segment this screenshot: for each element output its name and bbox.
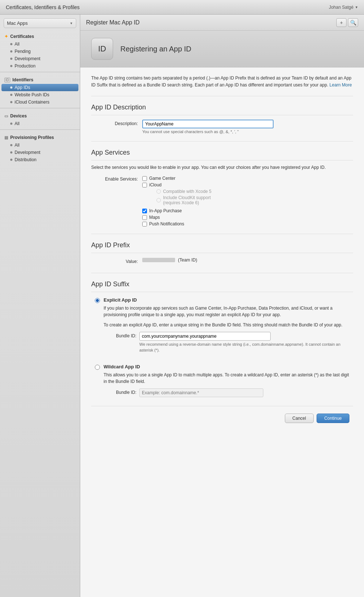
- bullet-icon: [10, 123, 12, 125]
- description-control-group: You cannot use special characters such a…: [142, 120, 349, 134]
- bullet-icon: [10, 65, 12, 67]
- description-row: Description: You cannot use special char…: [91, 120, 353, 134]
- wildcard-bundle-id-group: [139, 388, 349, 397]
- bundle-id-row: Bundle ID: We recommend using a reverse-…: [104, 332, 349, 353]
- bullet-icon: [10, 144, 12, 146]
- explicit-radio[interactable]: [95, 298, 100, 303]
- certificates-label: Certificates: [10, 34, 34, 39]
- service-push: Push Notifications: [142, 221, 349, 226]
- provisioning-icon: ▤: [4, 135, 8, 140]
- bullet-icon: [10, 94, 12, 96]
- services-list: Game Center iCloud Compatible with Xc: [142, 176, 349, 228]
- profiles-development-label: Development: [15, 150, 40, 155]
- learn-more-link[interactable]: Learn More: [329, 82, 352, 88]
- bullet-icon: [10, 58, 12, 60]
- app-id-prefix-section: App ID Prefix Value: (Team ID): [91, 234, 353, 273]
- app-id-prefix-title: App ID Prefix: [91, 234, 353, 253]
- sidebar-item-icloud-containers[interactable]: iCloud Containers: [0, 98, 80, 106]
- sidebar-item-devices-all[interactable]: All: [0, 120, 80, 127]
- certs-production-label: Production: [15, 63, 35, 69]
- cloudkit-radio: [156, 198, 161, 202]
- bullet-icon: [10, 101, 12, 103]
- bundle-id-label: Bundle ID:: [104, 332, 136, 338]
- wildcard-content: Wildcard App ID This allows you to use a…: [104, 364, 349, 399]
- platform-dropdown-label: Mac Apps: [7, 20, 28, 26]
- app-ids-label: App IDs: [15, 85, 30, 90]
- sidebar: Mac Apps ✦ Certificates All Pending Deve…: [0, 15, 80, 597]
- app-id-icon: ID: [91, 38, 113, 60]
- divider: [0, 129, 80, 130]
- icloud-sub-services: Compatible with Xcode 5 Include CloudKit…: [156, 189, 212, 205]
- iap-checkbox[interactable]: [142, 209, 147, 213]
- app-id-suffix-title: App ID Suffix: [91, 273, 353, 292]
- user-menu[interactable]: Johan Satgé: [329, 5, 358, 10]
- sidebar-item-certs-development[interactable]: Development: [0, 55, 80, 62]
- sidebar-item-certs-all[interactable]: All: [0, 40, 80, 48]
- search-button[interactable]: 🔍: [348, 18, 358, 27]
- wildcard-radio[interactable]: [95, 365, 100, 370]
- icloud-checkbox[interactable]: [142, 183, 147, 187]
- header-buttons: + 🔍: [336, 18, 358, 27]
- devices-icon: ▭: [4, 114, 8, 119]
- devices-all-label: All: [15, 121, 19, 126]
- bundle-id-hint: We recommend using a reverse-domain name…: [139, 342, 349, 353]
- app-title: Certificates, Identifiers & Profiles: [6, 4, 80, 10]
- wildcard-bundle-id-label: Bundle ID:: [104, 388, 136, 395]
- app-id-suffix-section: App ID Suffix Explicit App ID If you pla…: [91, 273, 353, 399]
- game-center-checkbox[interactable]: [142, 176, 147, 181]
- description-label: Description:: [95, 120, 142, 126]
- sidebar-item-profiles-distribution[interactable]: Distribution: [0, 156, 80, 163]
- service-iap: In-App Purchase: [142, 208, 349, 213]
- push-checkbox[interactable]: [142, 222, 147, 226]
- icloud-label: iCloud: [149, 182, 162, 187]
- content-title: Register Mac App ID: [86, 19, 140, 26]
- cloudkit-label: Include CloudKit support(requires Xcode …: [163, 195, 211, 205]
- add-button[interactable]: +: [336, 18, 346, 27]
- certs-all-label: All: [15, 42, 19, 47]
- explicit-desc1: If you plan to incorporate app services …: [104, 305, 349, 318]
- bullet-icon: [10, 86, 12, 89]
- sidebar-item-website-push-ids[interactable]: Website Push IDs: [0, 91, 80, 98]
- prefix-team-id: (Team ID): [178, 257, 197, 263]
- bullet-icon: [10, 43, 12, 45]
- continue-button[interactable]: Continue: [317, 414, 349, 423]
- wildcard-app-id-option: Wildcard App ID This allows you to use a…: [91, 364, 353, 399]
- provisioning-label: Provisioning Profiles: [10, 135, 54, 140]
- sidebar-section-identifiers: ID Identifiers: [0, 74, 80, 84]
- push-label: Push Notifications: [149, 221, 184, 226]
- wildcard-title: Wildcard App ID: [104, 364, 349, 369]
- explicit-desc2: To create an explicit App ID, enter a un…: [104, 322, 349, 328]
- sidebar-item-certs-production[interactable]: Production: [0, 62, 80, 70]
- sidebar-item-profiles-development[interactable]: Development: [0, 149, 80, 156]
- form-content: The App ID string contains two parts sep…: [80, 67, 364, 445]
- wildcard-desc: This allows you to use a single App ID t…: [104, 372, 349, 385]
- app-services-title: App Services: [91, 142, 353, 160]
- content-header: Register Mac App ID + 🔍: [80, 15, 364, 31]
- icloud-group: iCloud Compatible with Xcode 5 Include C…: [149, 182, 212, 207]
- explicit-app-id-option: Explicit App ID If you plan to incorpora…: [91, 297, 353, 354]
- platform-dropdown[interactable]: Mac Apps: [4, 18, 76, 28]
- sidebar-item-certs-pending[interactable]: Pending: [0, 48, 80, 55]
- certs-pending-label: Pending: [15, 49, 31, 54]
- cancel-button[interactable]: Cancel: [285, 414, 314, 423]
- description-hint: You cannot use special characters such a…: [142, 129, 349, 134]
- sidebar-item-app-ids[interactable]: App IDs: [1, 84, 78, 91]
- sidebar-item-profiles-all[interactable]: All: [0, 142, 80, 149]
- app-id-description-section: App ID Description Description: You cann…: [91, 96, 353, 141]
- game-center-label: Game Center: [149, 176, 175, 181]
- certificates-icon: ✦: [4, 34, 8, 39]
- footer-buttons: Cancel Continue: [91, 406, 353, 430]
- iap-label: In-App Purchase: [149, 208, 182, 213]
- bundle-id-group: We recommend using a reverse-domain name…: [139, 332, 349, 353]
- service-game-center: Game Center: [142, 176, 349, 181]
- sidebar-section-certificates: ✦ Certificates: [0, 31, 80, 40]
- register-area: ID Registering an App ID: [80, 31, 364, 67]
- maps-checkbox[interactable]: [142, 215, 147, 220]
- description-input[interactable]: [142, 120, 274, 128]
- bundle-id-input[interactable]: [139, 332, 271, 341]
- explicit-content: Explicit App ID If you plan to incorpora…: [104, 297, 349, 354]
- main-layout: Mac Apps ✦ Certificates All Pending Deve…: [0, 15, 364, 597]
- xcode5-label: Compatible with Xcode 5: [163, 189, 212, 194]
- prefix-value: (Team ID): [142, 257, 197, 263]
- maps-label: Maps: [149, 215, 160, 220]
